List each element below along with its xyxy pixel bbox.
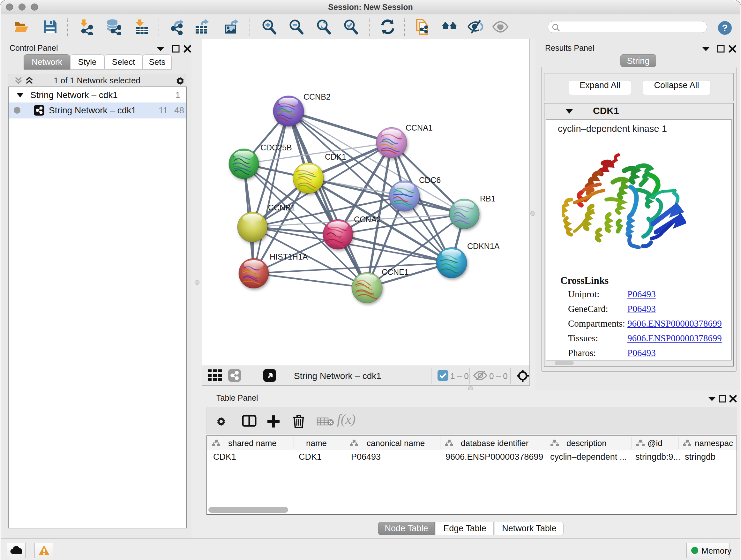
svg-text:CCNA2: CCNA2 bbox=[354, 215, 381, 224]
svg-text:CDKN1A: CDKN1A bbox=[467, 242, 500, 251]
svg-text:CDC25B: CDC25B bbox=[260, 143, 292, 152]
svg-text:CCNE1: CCNE1 bbox=[382, 267, 409, 276]
svg-text:CCNA1: CCNA1 bbox=[406, 123, 433, 132]
svg-text:RB1: RB1 bbox=[480, 194, 495, 203]
svg-text:CCNB2: CCNB2 bbox=[304, 92, 331, 101]
svg-text:CDK1: CDK1 bbox=[325, 152, 346, 161]
svg-text:CDC6: CDC6 bbox=[419, 176, 441, 185]
svg-text:CCNB1: CCNB1 bbox=[268, 203, 295, 212]
svg-text:HIST1H1A: HIST1H1A bbox=[270, 252, 308, 261]
